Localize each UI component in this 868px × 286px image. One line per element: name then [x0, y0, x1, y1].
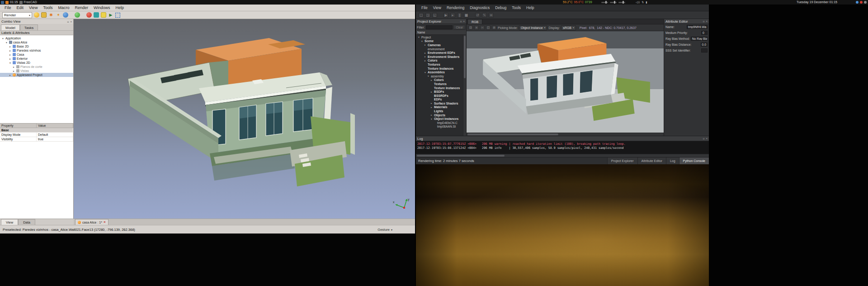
- medium-priority-input[interactable]: 0: [701, 31, 708, 35]
- expand-icon[interactable]: [12, 66, 15, 68]
- edit-icon[interactable]: ✎: [482, 13, 487, 18]
- value-column-header[interactable]: Value: [37, 124, 73, 128]
- indicator-blue-icon[interactable]: [856, 1, 859, 4]
- name-column-header[interactable]: Name: [416, 30, 466, 35]
- record-icon[interactable]: [86, 12, 92, 18]
- expand-icon[interactable]: [430, 106, 433, 109]
- reload-icon[interactable]: ↺: [475, 13, 480, 18]
- expand-icon[interactable]: [424, 52, 427, 54]
- freecad-menu-edit[interactable]: Edit: [14, 5, 27, 10]
- freecad-menu-macro[interactable]: Macro: [55, 5, 72, 10]
- expand-icon[interactable]: [424, 43, 427, 46]
- freecad-menu-render[interactable]: Render: [72, 5, 91, 10]
- expand-icon[interactable]: [430, 79, 433, 81]
- tree-item-textures[interactable]: Textures: [416, 62, 463, 67]
- stop-render-icon[interactable]: ■: [464, 13, 469, 18]
- appleseed-menu-view[interactable]: View: [430, 5, 444, 10]
- network-icon[interactable]: ⇅: [642, 0, 644, 5]
- appleseed-menu-diagnostics[interactable]: Diagnostics: [467, 5, 492, 10]
- close-tab-icon[interactable]: ×: [104, 220, 106, 224]
- close-panel-icon[interactable]: ×: [706, 20, 708, 23]
- tree-item-tmpd4ebcn-c[interactable]: tmpD4EbCN.C: [416, 121, 463, 125]
- tab-view[interactable]: View: [1, 219, 18, 225]
- battery-icon[interactable]: ▮: [646, 0, 647, 5]
- expand-icon[interactable]: [430, 114, 433, 116]
- float-panel-icon[interactable]: ▫: [703, 137, 704, 140]
- appleseed-menu-help[interactable]: Help: [524, 5, 537, 10]
- expand-icon[interactable]: [12, 70, 15, 72]
- collapse-icon[interactable]: [424, 71, 427, 74]
- name-input[interactable]: tmp9NfHl.Wa: [687, 25, 708, 29]
- render-engine-select[interactable]: Render ▾: [2, 12, 32, 18]
- picking-mode-select[interactable]: Object Instance ▾: [519, 25, 547, 30]
- tree-item-bsdfs[interactable]: BSDFs: [416, 90, 463, 94]
- workspace-icon[interactable]: [1, 1, 4, 4]
- float-panel-icon[interactable]: ▫: [67, 20, 69, 23]
- dock-tab-project-explorer[interactable]: Project Explorer: [607, 157, 637, 164]
- expand-icon[interactable]: [9, 53, 12, 56]
- app-launcher-icon[interactable]: [5, 1, 9, 4]
- tree-item-texture-instances[interactable]: Texture Instances: [416, 86, 463, 90]
- tree-item-texture-instances[interactable]: Texture Instances: [416, 67, 463, 71]
- zoom-fit-icon[interactable]: ⊡: [468, 25, 473, 30]
- property-row-visibility[interactable]: Visibility true: [0, 137, 73, 142]
- expand-icon[interactable]: [9, 49, 12, 52]
- tree-item-environment[interactable]: environment: [416, 47, 463, 51]
- dock-tab-attribute-editor[interactable]: Attribute Editor: [637, 157, 666, 164]
- open-folder-icon[interactable]: [41, 12, 47, 18]
- tree-item-object-instances[interactable]: Object Instances: [416, 117, 463, 121]
- tree-item-planos-de-corte[interactable]: Planos de corte: [0, 65, 73, 69]
- freecad-menu-windows[interactable]: Windows: [91, 5, 113, 10]
- slider-icon[interactable]: [601, 2, 608, 3]
- render-settings-gear-icon[interactable]: ✱: [48, 12, 54, 18]
- save-project-icon[interactable]: ◱: [432, 13, 437, 18]
- tab-rgb[interactable]: RGB: [467, 19, 482, 24]
- volume-icon[interactable]: ◁)): [636, 0, 640, 5]
- selection-mode-icon[interactable]: ⬚: [115, 13, 120, 18]
- tab-model[interactable]: Model: [1, 24, 20, 30]
- 3d-viewport[interactable]: x y: [74, 19, 415, 219]
- appleseed-menu-rendering[interactable]: Rendering: [444, 5, 467, 10]
- ray-bias-method-select[interactable]: No Ray Bias ▾: [691, 37, 708, 41]
- freecad-menu-view[interactable]: View: [26, 5, 40, 10]
- tree-item-vistas[interactable]: Vistas: [0, 69, 73, 73]
- new-project-icon[interactable]: □: [419, 13, 424, 18]
- clear-filter-button[interactable]: Clear: [453, 25, 465, 29]
- rendered-house-image[interactable]: [467, 31, 664, 133]
- sss-set-identifier-input[interactable]: [701, 48, 708, 52]
- collapse-icon[interactable]: [1, 37, 5, 40]
- close-panel-icon[interactable]: ×: [463, 20, 465, 23]
- tree-item-bssrdfs[interactable]: BSSRDFs: [416, 94, 463, 98]
- display-transform-select[interactable]: sRGB ▾: [561, 25, 576, 30]
- tab-tasks[interactable]: Tasks: [20, 24, 38, 30]
- tree-item-base-2d[interactable]: Base 2D: [0, 44, 73, 48]
- start-render-icon[interactable]: ▶: [108, 12, 113, 18]
- tree-item-assemblies[interactable]: Assemblies: [416, 70, 463, 74]
- template-note-icon[interactable]: [101, 12, 106, 18]
- star-icon[interactable]: ✦: [56, 12, 61, 18]
- filter-input[interactable]: [426, 25, 453, 29]
- collapse-icon[interactable]: [430, 118, 433, 120]
- slider-icon[interactable]: [618, 2, 625, 3]
- tree-item-colors[interactable]: Colors: [416, 59, 463, 63]
- tree-item-environment-edfs[interactable]: Environment EDFs: [416, 51, 463, 55]
- close-panel-icon[interactable]: ×: [706, 137, 708, 140]
- tree-item-appleseed-project[interactable]: Appleseed Project: [0, 73, 73, 77]
- system-bar-right-icons[interactable]: [856, 0, 867, 5]
- property-row-display-mode[interactable]: Display Mode Default: [0, 133, 73, 137]
- tree-item-colors[interactable]: Colors: [416, 78, 463, 82]
- indicator-red-icon[interactable]: [860, 1, 863, 4]
- luxrender-engine-icon[interactable]: [75, 12, 80, 18]
- open-project-icon[interactable]: ◳: [425, 13, 430, 18]
- appleseed-engine-icon[interactable]: [34, 12, 39, 18]
- ray-bias-distance-input[interactable]: 0.0: [701, 43, 708, 47]
- dock-tab-python-console[interactable]: Python Console: [679, 157, 709, 164]
- document-tab[interactable]: casa Alice : 1* ×: [75, 219, 108, 225]
- appleseed-menu-tools[interactable]: Tools: [509, 5, 524, 10]
- expand-icon[interactable]: [9, 45, 12, 48]
- tree-item-exterior[interactable]: Exterior: [0, 57, 73, 61]
- tree-item-environment-shaders[interactable]: Environment Shaders: [416, 55, 463, 59]
- tree-item-vistas-2d[interactable]: Vistas 2D: [0, 61, 73, 65]
- property-column-header[interactable]: Property: [0, 124, 37, 128]
- expand-icon[interactable]: [9, 57, 12, 60]
